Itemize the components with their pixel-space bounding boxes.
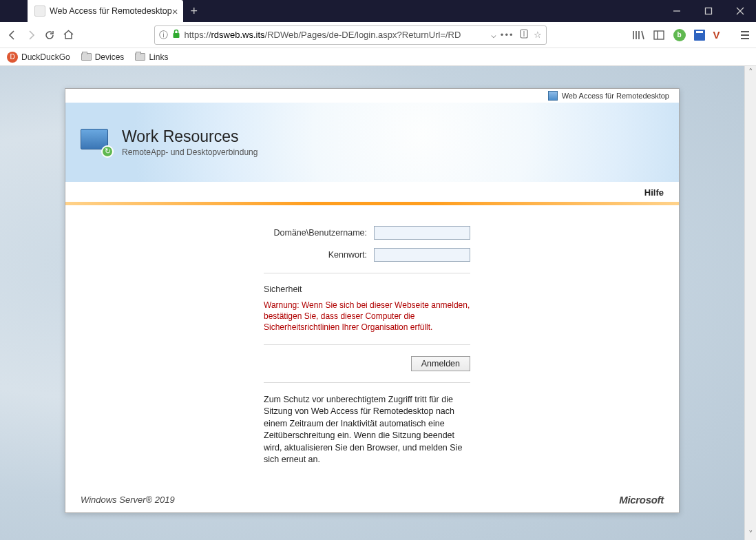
folder-icon [135,53,145,61]
vertical-scrollbar[interactable]: ˄ ˅ [744,66,756,540]
bookmark-duckduckgo[interactable]: D DuckDuckGo [7,52,70,63]
reader-mode-icon[interactable] [518,29,529,41]
bookmark-label: DuckDuckGo [21,52,70,62]
folder-icon [81,53,92,61]
security-heading: Sicherheit [264,284,470,294]
reload-button[interactable] [42,25,58,45]
app-menu-button[interactable] [738,28,752,42]
tab-title: Web Access für Remotedesktop [50,6,172,16]
help-link[interactable]: Hilfe [644,187,664,198]
site-info-icon[interactable]: ⓘ [159,29,168,41]
address-bar[interactable]: ⓘ https://rdsweb.ws.its/RDWeb/Pages/de-D… [154,25,547,45]
bookmark-links[interactable]: Links [135,52,168,62]
scroll-up-icon[interactable]: ˄ [745,66,756,78]
maximize-button[interactable] [693,0,724,22]
login-form: Domäne\Benutzername: Kennwort: Sicherhei… [65,205,679,473]
page-title: Work Resources [122,127,258,146]
bookmark-devices[interactable]: Devices [81,52,125,62]
panel-top-label-row: Web Access für Remotedesktop [65,89,679,103]
panel-footer: Windows Server® 2019 Microsoft [65,490,679,512]
extension-v-icon[interactable]: V [713,29,720,41]
bookmark-label: Devices [95,52,125,62]
browser-toolbar: ⓘ https://rdsweb.ws.its/RDWeb/Pages/de-D… [0,22,756,48]
microsoft-logo: Microsoft [619,494,664,506]
rdweb-panel: Web Access für Remotedesktop ↻ Work Reso… [65,88,680,513]
forward-button[interactable] [23,25,39,45]
bookmark-label: Links [149,52,168,62]
browser-tab[interactable]: Web Access für Remotedesktop × [28,0,183,22]
work-resources-icon: ↻ [81,129,111,156]
svg-rect-4 [173,33,179,38]
duckduckgo-icon: D [7,52,18,63]
tab-close-icon[interactable]: × [172,6,178,17]
svg-rect-6 [654,31,664,39]
minimize-button[interactable] [661,0,693,22]
window-buttons [661,0,756,22]
sidebar-icon[interactable] [653,29,665,41]
login-button[interactable]: Anmelden [411,356,470,371]
username-label: Domäne\Benutzername: [264,228,374,238]
password-input[interactable] [374,248,470,262]
page-viewport: Web Access für Remotedesktop ↻ Work Reso… [0,66,756,540]
bookmark-star-icon[interactable]: ☆ [534,30,542,40]
security-warning: Warnung: Wenn Sie sich bei dieser Websei… [264,300,470,333]
panel-top-label: Web Access für Remotedesktop [562,92,669,100]
lock-icon [172,29,180,41]
panel-titles: Work Resources RemoteApp- und Desktopver… [122,127,258,157]
url-text: https://rdsweb.ws.its/RDWeb/Pages/de-DE/… [185,30,487,40]
tab-favicon [34,6,45,17]
help-link-row: Hilfe [65,182,679,202]
toolbar-extensions: b V [632,29,720,41]
close-button[interactable] [724,0,756,22]
timeout-note: Zum Schutz vor unberechtigtem Zugriff tr… [264,394,470,466]
panel-header: ↻ Work Resources RemoteApp- und Desktopv… [65,103,679,182]
page-actions-icon[interactable]: ••• [501,30,514,40]
url-dropdown-icon[interactable]: ⌵ [491,30,496,40]
back-button[interactable] [4,25,20,45]
library-icon[interactable] [632,29,644,41]
username-input[interactable] [374,226,470,240]
page-content: Web Access für Remotedesktop ↻ Work Reso… [0,66,744,540]
page-subtitle: RemoteApp- und Desktopverbindung [122,147,258,157]
svg-rect-1 [706,8,712,14]
password-label: Kennwort: [264,250,374,260]
window-titlebar: Web Access für Remotedesktop × + [0,0,756,22]
save-icon[interactable] [694,30,705,41]
home-button[interactable] [61,25,76,45]
scroll-down-icon[interactable]: ˅ [745,528,756,540]
bookmarks-bar: D DuckDuckGo Devices Links [0,48,756,66]
rdweb-mini-icon [548,91,558,101]
extension-badge-icon[interactable]: b [673,29,686,41]
new-tab-button[interactable]: + [183,0,204,22]
windows-server-logo: Windows Server® 2019 [81,495,175,505]
